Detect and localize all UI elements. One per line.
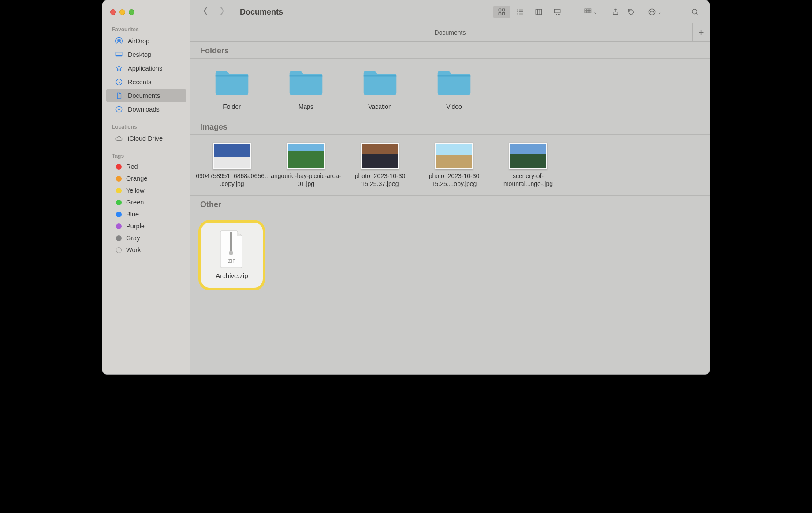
sidebar: Favourites AirDrop Desktop Applications … xyxy=(102,0,190,374)
minimize-window-button[interactable] xyxy=(119,9,125,15)
sidebar-item-label: Gray xyxy=(126,234,140,242)
image-item[interactable]: photo_2023-10-30 15.25.37.jpeg xyxy=(343,141,417,190)
sidebar-tag-gray[interactable]: Gray xyxy=(106,232,186,244)
sidebar-item-desktop[interactable]: Desktop xyxy=(106,48,186,61)
file-item-archive[interactable]: ZIP Archive.zip xyxy=(195,218,269,292)
sidebar-tag-work[interactable]: Work xyxy=(106,244,186,256)
sidebar-item-label: Red xyxy=(126,163,138,170)
image-item[interactable]: angourie-bay-picnic-area-01.jpg xyxy=(269,141,343,190)
image-item[interactable]: scenery-of-mountai...nge-.jpg xyxy=(491,141,565,190)
folder-icon xyxy=(361,67,399,100)
svg-point-10 xyxy=(518,14,518,15)
sidebar-item-label: Yellow xyxy=(126,187,144,194)
image-thumbnail xyxy=(287,143,325,169)
airdrop-icon xyxy=(115,37,123,45)
forward-button[interactable] xyxy=(219,6,226,18)
sidebar-item-airdrop[interactable]: AirDrop xyxy=(106,34,186,48)
item-label: angourie-bay-picnic-area-01.jpg xyxy=(270,172,342,188)
item-label: Vacation xyxy=(368,103,391,111)
group-header-folders: Folders xyxy=(190,42,710,59)
folder-item[interactable]: Video xyxy=(417,65,491,112)
sidebar-item-label: Orange xyxy=(126,175,147,182)
images-grid: 6904758951_6868a0656...copy.jpg angourie… xyxy=(190,135,710,195)
item-label: Video xyxy=(446,103,462,111)
svg-rect-5 xyxy=(503,9,505,11)
svg-text:ZIP: ZIP xyxy=(228,258,235,264)
svg-point-23 xyxy=(653,11,654,12)
share-button[interactable] xyxy=(607,6,623,18)
folder-icon xyxy=(435,67,473,100)
image-item[interactable]: 6904758951_6868a0656...copy.jpg xyxy=(195,141,269,190)
sidebar-item-label: Green xyxy=(126,199,144,206)
traffic-lights xyxy=(102,7,190,24)
item-label: photo_2023-10-30 15.25....opy.jpeg xyxy=(418,172,490,188)
sidebar-section-favourites: Favourites xyxy=(102,24,190,34)
close-window-button[interactable] xyxy=(110,9,116,15)
sidebar-item-icloud[interactable]: iCloud Drive xyxy=(106,132,186,145)
search-button[interactable] xyxy=(687,6,703,18)
sidebar-tag-blue[interactable]: Blue xyxy=(106,208,186,220)
sidebar-item-label: AirDrop xyxy=(128,37,149,45)
svg-rect-13 xyxy=(585,9,586,11)
desktop-icon xyxy=(115,50,123,59)
action-menu-button[interactable]: ⌄ xyxy=(644,6,665,18)
svg-rect-16 xyxy=(585,11,586,13)
svg-rect-11 xyxy=(536,9,542,15)
content-area[interactable]: Folders Folder Maps Vacation Video xyxy=(190,42,710,374)
fullscreen-window-button[interactable] xyxy=(129,9,134,15)
svg-point-22 xyxy=(652,11,652,12)
tag-dot-icon xyxy=(116,176,122,182)
tag-dot-icon xyxy=(116,164,122,170)
svg-rect-12 xyxy=(554,9,560,13)
folder-item[interactable]: Maps xyxy=(269,65,343,112)
tag-button[interactable] xyxy=(623,6,639,18)
recents-icon xyxy=(115,78,123,86)
image-thumbnail xyxy=(213,143,251,169)
sidebar-tag-purple[interactable]: Purple xyxy=(106,220,186,232)
folder-icon xyxy=(287,67,325,100)
highlight-ring: ZIP Archive.zip xyxy=(198,220,265,290)
group-by-button[interactable]: ⌄ xyxy=(579,6,600,18)
svg-rect-17 xyxy=(587,11,589,13)
plus-icon: + xyxy=(699,28,704,38)
item-label: Folder xyxy=(223,103,241,111)
folder-item[interactable]: Folder xyxy=(195,65,269,112)
toolbar: Documents ⌄ ⌄ xyxy=(190,0,710,23)
sidebar-item-documents[interactable]: Documents xyxy=(106,89,186,102)
folder-item[interactable]: Vacation xyxy=(343,65,417,112)
finder-window: Favourites AirDrop Desktop Applications … xyxy=(102,0,710,375)
svg-point-9 xyxy=(518,11,518,12)
sidebar-item-label: Recents xyxy=(128,78,151,86)
sidebar-item-applications[interactable]: Applications xyxy=(106,62,186,75)
svg-point-8 xyxy=(518,10,518,11)
svg-rect-7 xyxy=(503,13,505,15)
svg-rect-15 xyxy=(589,9,591,11)
sidebar-section-locations: Locations xyxy=(102,121,190,131)
view-mode-group xyxy=(492,5,567,19)
svg-rect-25 xyxy=(230,232,232,251)
gallery-view-button[interactable] xyxy=(548,6,566,18)
item-label: Archive.zip xyxy=(216,271,248,280)
folder-icon xyxy=(213,67,251,100)
sidebar-item-label: Purple xyxy=(126,223,145,230)
icon-view-button[interactable] xyxy=(493,6,510,18)
main-area: Documents ⌄ ⌄ Documents + Folders xyxy=(190,0,710,374)
sidebar-item-label: Documents xyxy=(128,92,160,99)
svg-point-24 xyxy=(692,9,697,14)
group-header-other: Other xyxy=(190,196,710,212)
back-button[interactable] xyxy=(202,6,209,18)
sidebar-tag-green[interactable]: Green xyxy=(106,197,186,208)
image-item[interactable]: photo_2023-10-30 15.25....opy.jpeg xyxy=(417,141,491,190)
sidebar-item-recents[interactable]: Recents xyxy=(106,75,186,89)
sidebar-item-label: Work xyxy=(126,246,141,253)
sidebar-item-downloads[interactable]: Downloads xyxy=(106,103,186,116)
list-view-button[interactable] xyxy=(511,6,529,18)
folders-grid: Folder Maps Vacation Video xyxy=(190,59,710,118)
image-thumbnail xyxy=(361,143,399,169)
sidebar-tag-yellow[interactable]: Yellow xyxy=(106,185,186,196)
sidebar-tag-red[interactable]: Red xyxy=(106,161,186,172)
add-tab-button[interactable]: + xyxy=(692,23,710,42)
column-view-button[interactable] xyxy=(530,6,548,18)
svg-point-0 xyxy=(118,40,120,42)
sidebar-tag-orange[interactable]: Orange xyxy=(106,173,186,184)
